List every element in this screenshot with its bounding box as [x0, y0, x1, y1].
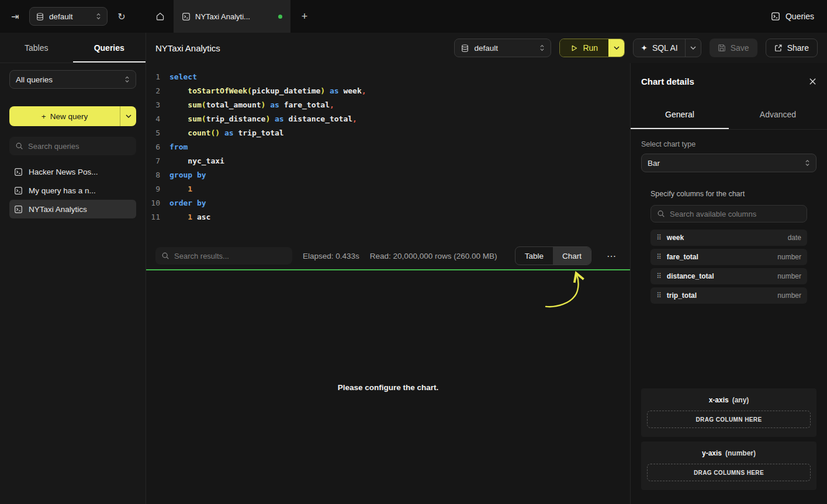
tab-advanced[interactable]: Advanced — [729, 99, 827, 129]
elapsed-time: Elapsed: 0.433s — [303, 252, 359, 260]
column-row[interactable]: ⠿ week date — [650, 230, 807, 246]
column-row[interactable]: ⠿ fare_total number — [650, 249, 807, 265]
more-options-button[interactable]: ⋯ — [602, 246, 621, 265]
results-search-input[interactable] — [174, 252, 286, 260]
queries-button[interactable]: Queries — [771, 12, 814, 21]
share-button-label: Share — [787, 43, 809, 53]
refresh-button[interactable]: ↻ — [115, 9, 129, 23]
query-icon — [771, 12, 780, 21]
column-type: number — [777, 253, 801, 261]
plus-icon: + — [302, 11, 308, 22]
header-database-value: default — [474, 44, 535, 53]
query-tab-title: NYTaxi Analyti... — [195, 12, 274, 21]
axes-section: x-axis(any) DRAG COLUMN HERE y-axis(numb… — [641, 388, 816, 490]
new-query-caret-button[interactable] — [120, 106, 136, 126]
x-axis-card: x-axis(any) DRAG COLUMN HERE — [641, 388, 816, 437]
columns-search-input[interactable] — [670, 210, 801, 218]
query-icon — [14, 186, 23, 195]
query-tab-active[interactable]: NYTaxi Analyti... — [174, 0, 290, 33]
chart-type-label: Select chart type — [641, 140, 816, 148]
unsaved-changes-dot — [278, 15, 282, 19]
column-type: number — [777, 272, 801, 280]
line-number: 7 — [146, 154, 169, 168]
home-icon — [155, 12, 165, 21]
table-view-button[interactable]: Table — [515, 247, 553, 265]
line-number: 9 — [146, 182, 169, 196]
chevron-updown-icon — [96, 12, 101, 20]
topbar-right: Queries — [771, 0, 827, 33]
columns-label: Specify columns for the chart — [650, 190, 807, 198]
column-type: date — [788, 234, 801, 242]
save-icon — [718, 44, 726, 52]
close-panel-button[interactable] — [809, 78, 816, 85]
sidebar-content: All queries + New query — [0, 63, 146, 218]
drag-handle-icon[interactable]: ⠿ — [656, 292, 662, 299]
database-icon — [36, 12, 44, 21]
code-line: 2 toStartOfWeek(pickup_datetime) as week… — [146, 84, 630, 98]
query-icon — [14, 168, 23, 176]
query-search-input[interactable] — [28, 142, 130, 151]
x-axis-heading: x-axis(any) — [647, 396, 811, 404]
run-split-button: Run — [559, 39, 625, 57]
sql-ai-label: SQL AI — [652, 43, 678, 53]
line-number: 11 — [146, 210, 169, 224]
columns-search-box — [650, 205, 807, 223]
chart-type-select[interactable]: Bar — [641, 154, 816, 172]
drag-handle-icon[interactable]: ⠿ — [656, 253, 662, 260]
drag-handle-icon[interactable]: ⠿ — [656, 273, 662, 280]
sql-ai-caret[interactable] — [686, 39, 701, 57]
tab-queries[interactable]: Queries — [73, 33, 146, 62]
tab-tables[interactable]: Tables — [0, 33, 73, 62]
new-tab-button[interactable]: + — [290, 0, 319, 33]
chart-view-button[interactable]: Chart — [553, 247, 591, 265]
chart-area[interactable]: Please configure the chart. — [146, 269, 630, 504]
tab-general[interactable]: General — [631, 99, 729, 129]
code-line: 9 1 — [146, 182, 630, 196]
page-title: NYTaxi Analytics — [155, 43, 220, 53]
search-icon — [657, 210, 665, 218]
column-type: number — [777, 291, 801, 300]
query-filter-select[interactable]: All queries — [9, 70, 136, 89]
column-row[interactable]: ⠿ distance_total number — [650, 268, 807, 284]
sidebar: Tables Queries All queries + New query — [0, 33, 146, 504]
content-row: 1select2 toStartOfWeek(pickup_datetime) … — [146, 63, 827, 504]
rows-read-stats: Read: 20,000,000 rows (260.00 MB) — [370, 252, 497, 260]
sql-editor[interactable]: 1select2 toStartOfWeek(pickup_datetime) … — [146, 63, 630, 242]
topbar-database-value: default — [49, 12, 91, 21]
query-list-item[interactable]: Hacker News Pos... — [9, 162, 136, 181]
code-line: 7 nyc_taxi — [146, 154, 630, 168]
plus-icon: + — [41, 112, 46, 121]
sql-ai-button[interactable]: ✦ SQL AI — [634, 39, 685, 57]
drag-handle-icon[interactable]: ⠿ — [656, 234, 662, 241]
y-axis-drop-zone[interactable]: DRAG COLUMNS HERE — [647, 464, 811, 481]
x-axis-drop-zone[interactable]: DRAG COLUMN HERE — [647, 411, 811, 428]
topbar-database-select[interactable]: default — [29, 7, 108, 26]
share-icon — [774, 44, 783, 52]
play-icon — [570, 44, 578, 52]
query-list-item[interactable]: My query has a n... — [9, 181, 136, 200]
run-options-caret[interactable] — [608, 39, 624, 57]
code-line: 6from — [146, 140, 630, 154]
header-database-select[interactable]: default — [454, 39, 551, 57]
query-list-item-selected[interactable]: NYTaxi Analytics — [9, 200, 136, 218]
y-axis-label: y-axis — [702, 449, 722, 457]
tabstrip: NYTaxi Analyti... + — [146, 0, 319, 33]
new-query-button[interactable]: + New query — [9, 106, 120, 126]
code-line: 5 count() as trip_total — [146, 126, 630, 140]
column-list: ⠿ week date ⠿ fare_total number — [650, 230, 807, 304]
column-row[interactable]: ⠿ trip_total number — [650, 287, 807, 304]
line-number: 8 — [146, 168, 169, 182]
save-button[interactable]: Save — [710, 39, 757, 57]
collapse-sidebar-button[interactable]: ⇥ — [8, 9, 22, 23]
chart-placeholder-text: Please configure the chart. — [146, 383, 630, 392]
sparkle-icon: ✦ — [641, 43, 648, 53]
code-line: 3 sum(total_amount) as fare_total, — [146, 98, 630, 112]
query-icon — [182, 12, 191, 21]
home-tab[interactable] — [146, 0, 174, 33]
line-number: 4 — [146, 112, 169, 126]
editor-column: 1select2 toStartOfWeek(pickup_datetime) … — [146, 63, 630, 504]
run-button[interactable]: Run — [560, 39, 608, 57]
query-filter-value: All queries — [16, 75, 120, 84]
share-button[interactable]: Share — [766, 39, 818, 57]
panel-tabs: General Advanced — [631, 99, 827, 130]
